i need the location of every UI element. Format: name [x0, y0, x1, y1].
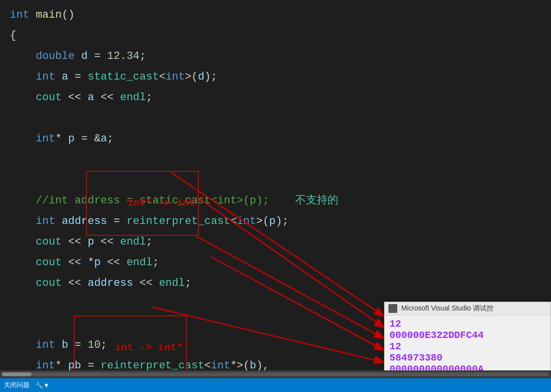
code-line-13: cout << address << endl; — [10, 273, 551, 294]
bottom-bar: 关闭问题 🔧▼ — [0, 378, 551, 392]
code-line-5: cout << a << endl; — [10, 87, 551, 108]
annotation-box-1: int* -> int — [86, 171, 199, 236]
code-line-1: int main() — [10, 5, 551, 26]
output-line-3: 12 — [389, 341, 546, 352]
output-title: Microsoft Visual Studio 调试控 — [385, 302, 551, 315]
annotation-box-2: int -> int* — [74, 315, 187, 378]
code-line-12: cout << *p << endl; — [10, 252, 551, 273]
scrollbar-track[interactable] — [2, 372, 549, 376]
code-line-7: int* p = &a; — [10, 129, 551, 149]
scrollbar-thumb[interactable] — [2, 372, 31, 376]
output-panel: Microsoft Visual Studio 调试控 12 000000E32… — [384, 302, 551, 378]
code-line-4: int a = static_cast<int>(d); — [10, 67, 551, 87]
annotation-box-1-line: int* -> int — [10, 170, 551, 191]
output-line-4: 584973380 — [389, 352, 546, 364]
output-title-text: Microsoft Visual Studio 调试控 — [401, 304, 494, 313]
code-line-8 — [10, 149, 551, 170]
code-line-2: { — [10, 26, 551, 46]
bottom-bar-tools[interactable]: 🔧▼ — [35, 382, 50, 389]
output-body: 12 000000E322DDFC44 12 584973380 0000000… — [385, 315, 551, 378]
bottom-bar-problems[interactable]: 关闭问题 — [4, 381, 29, 390]
output-line-1: 12 — [389, 318, 546, 330]
vs-icon — [388, 304, 397, 313]
code-line-6 — [10, 108, 551, 129]
output-line-2: 000000E322DDFC44 — [389, 330, 546, 341]
horizontal-scrollbar[interactable] — [0, 370, 551, 378]
code-line-3: double d = 12.34; — [10, 46, 551, 67]
